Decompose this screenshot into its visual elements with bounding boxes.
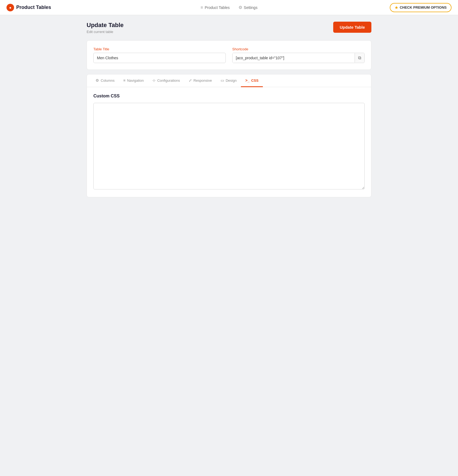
columns-icon: ⚙ [96, 78, 99, 83]
copy-icon: ⧉ [358, 55, 361, 60]
tab-responsive-label: Responsive [194, 78, 212, 83]
shortcode-wrapper: ⧉ [232, 53, 365, 63]
tab-css-label: CSS [251, 78, 259, 83]
page-header: Update Table Edit current table Update T… [87, 22, 371, 34]
page-subtitle: Edit current table [87, 30, 124, 34]
tab-design-label: Design [226, 78, 237, 83]
tab-design[interactable]: ▭ Design [216, 74, 241, 87]
tab-css[interactable]: >_ CSS [241, 74, 263, 87]
nav-settings[interactable]: ⚙ Settings [238, 5, 258, 10]
tab-navigation-label: Navigation [127, 78, 143, 83]
responsive-icon: ⤢ [189, 78, 192, 83]
table-title-label: Table Title [93, 47, 226, 51]
nav-product-tables[interactable]: ≡ Product Tables [201, 5, 230, 10]
table-title-input[interactable] [93, 53, 226, 63]
premium-button-label: CHECK PREMIUM OPTIONS [400, 5, 447, 9]
navigation-icon: ≡ [123, 78, 125, 83]
tab-columns[interactable]: ⚙ Columns [91, 74, 119, 87]
copy-shortcode-button[interactable]: ⧉ [355, 53, 364, 63]
shortcode-group: Shortcode ⧉ [232, 47, 365, 63]
tab-configurations[interactable]: ⊹ Configurations [148, 74, 184, 87]
tab-responsive[interactable]: ⤢ Responsive [184, 74, 216, 87]
nav-product-tables-label: Product Tables [205, 5, 230, 10]
update-table-button[interactable]: Update Table [333, 22, 371, 33]
nav-center: ≡ Product Tables ⚙ Settings [201, 5, 257, 10]
design-icon: ▭ [221, 78, 224, 83]
table-title-group: Table Title [93, 47, 226, 63]
tab-navigation[interactable]: ≡ Navigation [119, 74, 148, 87]
brand-icon: ● [6, 4, 14, 11]
brand-name: Product Tables [16, 5, 51, 10]
shortcode-label: Shortcode [232, 47, 365, 51]
tab-content-css: Custom CSS [87, 87, 371, 197]
brand-logo: ● Product Tables [6, 4, 51, 11]
configurations-icon: ⊹ [152, 78, 156, 83]
page-content: Update Table Edit current table Update T… [80, 15, 378, 204]
page-title-section: Update Table Edit current table [87, 22, 124, 34]
nav-settings-label: Settings [244, 5, 258, 10]
page-title: Update Table [87, 22, 124, 29]
form-card: Table Title Shortcode ⧉ [87, 40, 371, 70]
table-icon: ≡ [201, 5, 203, 10]
shortcode-input[interactable] [233, 53, 355, 63]
tab-columns-label: Columns [101, 78, 114, 83]
custom-css-textarea[interactable] [93, 103, 365, 189]
premium-button[interactable]: ★ CHECK PREMIUM OPTIONS [390, 3, 452, 12]
gear-icon: ⚙ [238, 5, 242, 10]
custom-css-title: Custom CSS [93, 94, 365, 99]
form-row: Table Title Shortcode ⧉ [93, 47, 365, 63]
tabs-card: ⚙ Columns ≡ Navigation ⊹ Configurations … [87, 74, 371, 197]
nav-right: ★ CHECK PREMIUM OPTIONS [390, 3, 452, 12]
top-navigation: ● Product Tables ≡ Product Tables ⚙ Sett… [0, 0, 458, 15]
tabs-nav: ⚙ Columns ≡ Navigation ⊹ Configurations … [87, 74, 371, 87]
tab-configurations-label: Configurations [157, 78, 180, 83]
css-icon: >_ [245, 78, 250, 83]
star-icon: ★ [395, 5, 398, 10]
